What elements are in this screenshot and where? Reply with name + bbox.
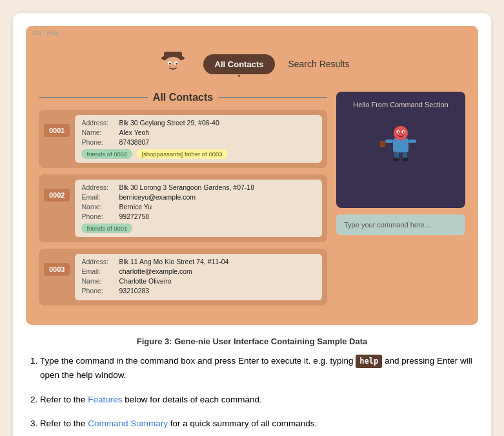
help-menu[interactable]: Help <box>47 30 59 36</box>
features-link[interactable]: Features <box>88 395 122 404</box>
address-value-0002: Blk 30 Lorong 3 Serangoon Gardens, #07-1… <box>119 183 254 191</box>
contacts-panel: All Contacts 0001 Address: Blk 30 Geylan… <box>39 92 327 312</box>
app-content: All Contacts Search Results All Contacts… <box>26 40 478 325</box>
figure-caption: Figure 3: Gene-nie User Interface Contai… <box>26 333 478 348</box>
contact-details-0003: Address: Blk 11 Ang Mo Kio Street 74, #1… <box>75 254 322 300</box>
instruction-1-text-before: Type the command in the command box and … <box>40 356 356 366</box>
address-row-0002: Address: Blk 30 Lorong 3 Serangoon Garde… <box>81 183 316 191</box>
svg-rect-21 <box>380 141 385 147</box>
instruction-2: Refer to the Features below for details … <box>40 393 476 407</box>
svg-point-5 <box>169 63 171 65</box>
contact-id-0003: 0003 <box>44 263 70 276</box>
all-contacts-tab[interactable]: All Contacts <box>203 54 276 74</box>
instruction-3: Refer to the Command Summary for a quick… <box>40 417 476 431</box>
contact-id-0001: 0001 <box>44 124 70 137</box>
address-label-0001: Address: <box>81 119 115 127</box>
instruction-1: Type the command in the command box and … <box>40 354 476 382</box>
name-label-0001: Name: <box>81 129 115 136</box>
address-label-0003: Address: <box>81 258 115 265</box>
help-badge: help <box>356 355 382 368</box>
contact-card-0003: 0003 Address: Blk 11 Ang Mo Kio Street 7… <box>39 249 327 306</box>
tags-row-0002: friends of 0001 <box>81 223 316 233</box>
address-row-0001: Address: Blk 30 Geylang Street 29, #06-4… <box>81 119 316 127</box>
tag-shoppassants-0001: [shoppassants] father of 0003 <box>136 149 227 159</box>
phone-value-0003: 93210283 <box>119 287 149 295</box>
address-value-0001: Blk 30 Geylang Street 29, #06-40 <box>119 119 219 127</box>
email-row-0002: Email: berniceyu@example.com <box>81 193 316 201</box>
title-bar: File Help <box>26 26 478 40</box>
command-input[interactable]: Type your command here... <box>336 214 465 235</box>
phone-label-0002: Phone: <box>81 213 115 220</box>
hello-text: Hello From Command Section <box>353 101 448 109</box>
email-label-0002: Email: <box>81 193 115 201</box>
email-label-0003: Email: <box>81 267 115 275</box>
name-row-0003: Name: Charlotte Oliveiro <box>81 277 316 285</box>
contact-card-0002: 0002 Address: Blk 30 Lorong 3 Serangoon … <box>39 174 327 242</box>
phone-label-0003: Phone: <box>81 287 115 295</box>
email-value-0002: berniceyu@example.com <box>119 193 196 201</box>
name-value-0003: Charlotte Oliveiro <box>119 277 171 285</box>
search-results-tab[interactable]: Search Results <box>288 59 349 69</box>
contact-details-0002: Address: Blk 30 Lorong 3 Serangoon Garde… <box>75 180 322 237</box>
contact-details-0001: Address: Blk 30 Geylang Street 29, #06-4… <box>75 115 322 163</box>
contact-id-0002: 0002 <box>44 189 70 202</box>
address-label-0002: Address: <box>81 183 115 191</box>
address-value-0003: Blk 11 Ang Mo Kio Street 74, #11-04 <box>119 258 228 265</box>
app-window: File Help <box>26 26 478 325</box>
tag-friends-0002: friends of 0001 <box>81 223 132 233</box>
email-value-0003: charlotte@example.com <box>119 267 192 275</box>
svg-point-7 <box>170 66 171 67</box>
main-container: File Help <box>13 13 491 436</box>
phone-row-0001: Phone: 87438807 <box>81 138 316 146</box>
character-illustration <box>375 118 427 169</box>
svg-rect-9 <box>393 138 408 152</box>
command-display: Hello From Command Section <box>336 92 465 208</box>
file-menu[interactable]: File <box>32 30 42 36</box>
main-body: All Contacts 0001 Address: Blk 30 Geylan… <box>39 92 465 312</box>
phone-row-0002: Phone: 99272758 <box>81 213 316 220</box>
address-row-0003: Address: Blk 11 Ang Mo Kio Street 74, #1… <box>81 258 316 265</box>
tags-row-0001: friends of 0002 [shoppassants] father of… <box>81 149 316 159</box>
instructions: Type the command in the command box and … <box>26 348 478 436</box>
contact-card-0001: 0001 Address: Blk 30 Geylang Street 29, … <box>39 110 327 168</box>
name-label-0002: Name: <box>81 203 115 211</box>
email-row-0003: Email: charlotte@example.com <box>81 267 316 275</box>
name-label-0003: Name: <box>81 277 115 285</box>
name-value-0002: Bernice Yu <box>119 203 152 211</box>
svg-point-2 <box>164 57 182 72</box>
svg-point-19 <box>393 158 399 161</box>
svg-point-20 <box>402 158 408 161</box>
instruction-3-text-before: Refer to the <box>40 419 88 428</box>
svg-rect-15 <box>385 140 393 143</box>
right-panel: Hello From Command Section <box>336 92 465 312</box>
app-logo <box>155 47 190 81</box>
svg-point-13 <box>398 131 399 132</box>
svg-point-14 <box>403 131 404 132</box>
section-title: All Contacts <box>39 92 327 103</box>
command-summary-link[interactable]: Command Summary <box>88 419 168 428</box>
name-row-0001: Name: Alex Yeoh <box>81 129 316 136</box>
phone-value-0001: 87438807 <box>119 138 149 146</box>
top-nav: All Contacts Search Results <box>39 47 465 81</box>
phone-row-0003: Phone: 93210283 <box>81 287 316 295</box>
tag-friends-0001: friends of 0002 <box>81 149 132 159</box>
name-row-0002: Name: Bernice Yu <box>81 203 316 211</box>
phone-value-0002: 99272758 <box>119 213 149 220</box>
phone-label-0001: Phone: <box>81 138 115 146</box>
instruction-2-text-before: Refer to the <box>40 395 88 404</box>
instruction-3-text-after: for a quick summary of all commands. <box>170 419 317 428</box>
svg-point-8 <box>175 66 176 67</box>
svg-point-10 <box>394 126 408 140</box>
name-value-0001: Alex Yeoh <box>119 129 149 136</box>
svg-rect-16 <box>408 140 416 143</box>
svg-point-6 <box>176 63 177 65</box>
instruction-2-text-after: below for details of each command. <box>125 395 261 404</box>
